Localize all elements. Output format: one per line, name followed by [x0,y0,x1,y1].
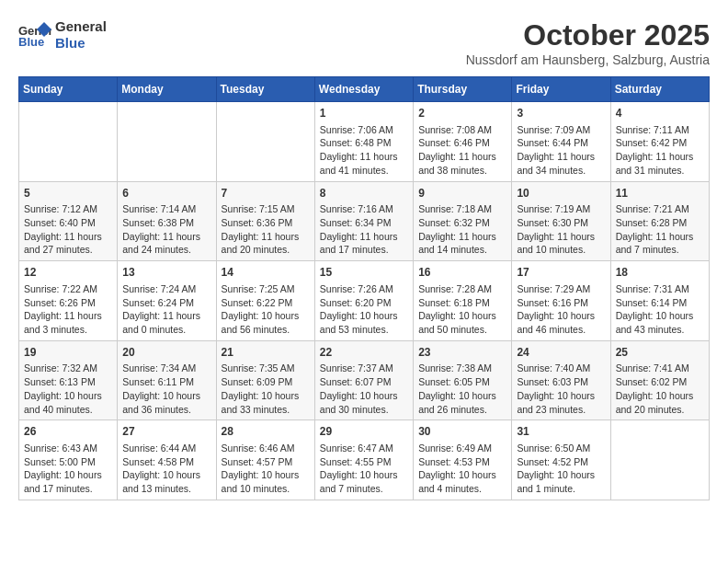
month-title: October 2025 [466,18,710,52]
day-number: 11 [616,186,704,201]
day-info: Sunrise: 7:11 AM Sunset: 6:42 PM Dayligh… [616,123,704,178]
day-number: 5 [24,186,112,201]
calendar-cell: 25Sunrise: 7:41 AM Sunset: 6:02 PM Dayli… [610,340,709,420]
logo-icon: General Blue [18,22,51,48]
day-number: 14 [222,265,310,281]
day-number: 22 [320,345,408,361]
calendar-cell: 4Sunrise: 7:11 AM Sunset: 6:42 PM Daylig… [610,102,709,182]
day-number: 26 [24,424,112,440]
day-header-monday: Monday [118,77,216,102]
svg-text:Blue: Blue [18,35,44,48]
calendar-cell: 30Sunrise: 6:49 AM Sunset: 4:53 PM Dayli… [414,420,512,500]
calendar-cell: 26Sunrise: 6:43 AM Sunset: 5:00 PM Dayli… [19,420,118,500]
day-info: Sunrise: 7:37 AM Sunset: 6:07 PM Dayligh… [320,362,408,416]
calendar-cell: 22Sunrise: 7:37 AM Sunset: 6:07 PM Dayli… [314,340,413,420]
day-number: 9 [418,186,506,201]
day-number: 31 [517,424,605,440]
calendar-cell: 15Sunrise: 7:26 AM Sunset: 6:20 PM Dayli… [314,261,413,341]
day-number: 18 [616,265,704,281]
calendar-cell: 23Sunrise: 7:38 AM Sunset: 6:05 PM Dayli… [414,340,512,420]
calendar-cell: 10Sunrise: 7:19 AM Sunset: 6:30 PM Dayli… [512,181,610,261]
day-number: 23 [418,345,506,361]
day-number: 8 [320,186,408,201]
calendar-cell [216,102,314,182]
calendar-cell: 16Sunrise: 7:28 AM Sunset: 6:18 PM Dayli… [414,261,512,341]
calendar-cell: 14Sunrise: 7:25 AM Sunset: 6:22 PM Dayli… [216,261,314,341]
page-header: General Blue General Blue October 2025 N… [18,18,710,67]
calendar-cell: 29Sunrise: 6:47 AM Sunset: 4:55 PM Dayli… [314,420,413,500]
day-info: Sunrise: 7:31 AM Sunset: 6:14 PM Dayligh… [616,282,704,337]
location-subtitle: Nussdorf am Haunsberg, Salzburg, Austria [466,52,710,67]
calendar-cell: 11Sunrise: 7:21 AM Sunset: 6:28 PM Dayli… [610,181,709,261]
day-number: 20 [122,345,210,361]
day-header-thursday: Thursday [414,77,512,102]
day-info: Sunrise: 7:26 AM Sunset: 6:20 PM Dayligh… [320,282,408,337]
day-info: Sunrise: 7:14 AM Sunset: 6:38 PM Dayligh… [122,202,210,257]
day-number: 19 [24,345,112,361]
calendar-cell: 2Sunrise: 7:08 AM Sunset: 6:46 PM Daylig… [414,102,512,182]
day-number: 12 [24,265,112,281]
calendar-cell: 21Sunrise: 7:35 AM Sunset: 6:09 PM Dayli… [216,340,314,420]
day-number: 7 [222,186,310,201]
day-number: 15 [320,265,408,281]
day-number: 3 [517,106,605,121]
calendar-cell: 18Sunrise: 7:31 AM Sunset: 6:14 PM Dayli… [610,261,709,341]
day-info: Sunrise: 6:50 AM Sunset: 4:52 PM Dayligh… [517,442,605,496]
calendar-week-5: 26Sunrise: 6:43 AM Sunset: 5:00 PM Dayli… [19,420,710,500]
calendar-cell: 8Sunrise: 7:16 AM Sunset: 6:34 PM Daylig… [314,181,413,261]
day-header-wednesday: Wednesday [314,77,413,102]
calendar-cell: 24Sunrise: 7:40 AM Sunset: 6:03 PM Dayli… [512,340,610,420]
day-info: Sunrise: 7:24 AM Sunset: 6:24 PM Dayligh… [122,282,210,337]
day-info: Sunrise: 7:12 AM Sunset: 6:40 PM Dayligh… [24,202,112,257]
day-info: Sunrise: 7:29 AM Sunset: 6:16 PM Dayligh… [517,282,605,337]
calendar-cell [19,102,118,182]
calendar-week-1: 1Sunrise: 7:06 AM Sunset: 6:48 PM Daylig… [19,102,710,182]
day-info: Sunrise: 7:38 AM Sunset: 6:05 PM Dayligh… [418,362,506,416]
day-number: 13 [122,265,210,281]
calendar-cell: 28Sunrise: 6:46 AM Sunset: 4:57 PM Dayli… [216,420,314,500]
day-number: 6 [122,186,210,201]
day-info: Sunrise: 7:40 AM Sunset: 6:03 PM Dayligh… [517,362,605,416]
calendar-cell: 5Sunrise: 7:12 AM Sunset: 6:40 PM Daylig… [19,181,118,261]
day-info: Sunrise: 7:08 AM Sunset: 6:46 PM Dayligh… [418,123,506,178]
day-info: Sunrise: 7:15 AM Sunset: 6:36 PM Dayligh… [222,202,310,257]
day-number: 30 [418,424,506,440]
calendar-cell: 19Sunrise: 7:32 AM Sunset: 6:13 PM Dayli… [19,340,118,420]
calendar-cell [118,102,216,182]
calendar-cell: 6Sunrise: 7:14 AM Sunset: 6:38 PM Daylig… [118,181,216,261]
calendar-cell: 1Sunrise: 7:06 AM Sunset: 6:48 PM Daylig… [314,102,413,182]
day-info: Sunrise: 7:16 AM Sunset: 6:34 PM Dayligh… [320,202,408,257]
day-number: 29 [320,424,408,440]
day-info: Sunrise: 7:09 AM Sunset: 6:44 PM Dayligh… [517,123,605,178]
day-info: Sunrise: 7:19 AM Sunset: 6:30 PM Dayligh… [517,202,605,257]
day-number: 10 [517,186,605,201]
day-number: 17 [517,265,605,281]
day-info: Sunrise: 7:34 AM Sunset: 6:11 PM Dayligh… [122,362,210,416]
day-number: 24 [517,345,605,361]
day-info: Sunrise: 6:47 AM Sunset: 4:55 PM Dayligh… [320,442,408,496]
day-info: Sunrise: 6:43 AM Sunset: 5:00 PM Dayligh… [24,442,112,496]
day-header-tuesday: Tuesday [216,77,314,102]
day-header-saturday: Saturday [610,77,709,102]
day-info: Sunrise: 7:41 AM Sunset: 6:02 PM Dayligh… [616,362,704,416]
day-info: Sunrise: 6:49 AM Sunset: 4:53 PM Dayligh… [418,442,506,496]
day-info: Sunrise: 7:22 AM Sunset: 6:26 PM Dayligh… [24,282,112,337]
calendar-cell: 7Sunrise: 7:15 AM Sunset: 6:36 PM Daylig… [216,181,314,261]
calendar-week-3: 12Sunrise: 7:22 AM Sunset: 6:26 PM Dayli… [19,261,710,341]
day-number: 25 [616,345,704,361]
calendar-cell: 27Sunrise: 6:44 AM Sunset: 4:58 PM Dayli… [118,420,216,500]
logo: General Blue General Blue [18,18,107,52]
day-number: 4 [616,106,704,121]
calendar-cell: 31Sunrise: 6:50 AM Sunset: 4:52 PM Dayli… [512,420,610,500]
day-info: Sunrise: 7:21 AM Sunset: 6:28 PM Dayligh… [616,202,704,257]
calendar-cell: 9Sunrise: 7:18 AM Sunset: 6:32 PM Daylig… [414,181,512,261]
day-number: 2 [418,106,506,121]
day-info: Sunrise: 7:18 AM Sunset: 6:32 PM Dayligh… [418,202,506,257]
day-number: 21 [222,345,310,361]
calendar-cell: 12Sunrise: 7:22 AM Sunset: 6:26 PM Dayli… [19,261,118,341]
day-number: 16 [418,265,506,281]
day-number: 27 [122,424,210,440]
day-info: Sunrise: 7:35 AM Sunset: 6:09 PM Dayligh… [222,362,310,416]
calendar-cell: 17Sunrise: 7:29 AM Sunset: 6:16 PM Dayli… [512,261,610,341]
logo-general: General [55,18,107,35]
